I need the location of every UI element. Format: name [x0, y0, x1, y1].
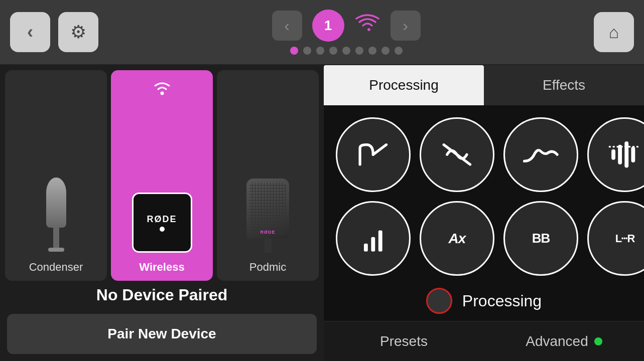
- wireless-label: Wireless: [139, 261, 184, 274]
- processing-grid: Ax BB L···R: [324, 105, 644, 283]
- auto-gain-icon-text: Ax: [449, 231, 466, 247]
- bright-boost-icon-text: BB: [532, 231, 550, 246]
- condenser-image: [42, 177, 70, 253]
- gain-button[interactable]: [336, 201, 411, 276]
- stereo-pan-icon-text: L···R: [615, 232, 634, 245]
- device-number-badge: 1: [312, 10, 344, 42]
- page-dots: [290, 47, 403, 55]
- svg-rect-3: [618, 145, 622, 164]
- dot-9: [395, 47, 403, 55]
- dot-2: [303, 47, 311, 55]
- dot-6: [355, 47, 363, 55]
- processing-status-circle: [426, 288, 452, 314]
- no-device-text: No Device Paired: [96, 286, 227, 304]
- dot-3: [316, 47, 324, 55]
- dot-4: [329, 47, 337, 55]
- settings-button[interactable]: ⚙: [58, 12, 98, 52]
- no-device-area: No Device Paired: [0, 281, 324, 309]
- de-ess-button[interactable]: [420, 117, 494, 192]
- dot-1: [290, 47, 298, 55]
- right-panel: Processing Effects: [324, 65, 644, 361]
- tab-effects[interactable]: Effects: [484, 65, 644, 105]
- gear-icon: ⚙: [70, 22, 86, 43]
- svg-rect-7: [364, 244, 368, 252]
- rode-dot: [160, 227, 165, 232]
- pair-new-device-button[interactable]: Pair New Device: [7, 314, 317, 354]
- back-button[interactable]: ‹: [10, 12, 50, 52]
- processing-status-label: Processing: [462, 292, 542, 310]
- device-list: Condenser RØDE Wireless: [0, 65, 324, 281]
- home-button[interactable]: ⌂: [594, 12, 634, 52]
- processing-status: Processing: [324, 283, 644, 321]
- left-panel: Condenser RØDE Wireless: [0, 65, 324, 361]
- device-nav: ‹ 1 ›: [272, 10, 421, 42]
- wireless-wifi-icon: [151, 78, 173, 99]
- top-bar-left: ‹ ⚙: [10, 12, 98, 52]
- home-icon: ⌂: [609, 23, 619, 42]
- bottom-bar: Presets Advanced: [324, 321, 644, 361]
- svg-rect-9: [378, 231, 382, 252]
- svg-rect-4: [624, 141, 628, 167]
- main-content: Condenser RØDE Wireless: [0, 65, 644, 361]
- tab-processing[interactable]: Processing: [324, 65, 484, 105]
- prev-device-button[interactable]: ‹: [272, 11, 302, 41]
- presets-tab[interactable]: Presets: [324, 322, 484, 361]
- wifi-status-icon: [354, 14, 380, 38]
- stereo-pan-button[interactable]: L···R: [587, 201, 644, 276]
- tab-bar: Processing Effects: [324, 65, 644, 105]
- device-card-wireless[interactable]: RØDE Wireless: [111, 70, 213, 281]
- eq-button[interactable]: [503, 117, 578, 192]
- dot-5: [342, 47, 350, 55]
- podmic-image: RØDE: [246, 178, 289, 253]
- svg-rect-5: [631, 147, 635, 162]
- advanced-tab[interactable]: Advanced: [484, 322, 644, 361]
- rode-device-image: RØDE: [132, 193, 192, 253]
- top-bar-center: ‹ 1 ›: [272, 10, 421, 55]
- hp-filter-button[interactable]: [336, 117, 411, 192]
- podmic-label: Podmic: [249, 261, 286, 274]
- advanced-green-dot: [594, 337, 602, 345]
- svg-point-0: [160, 92, 164, 95]
- dot-8: [381, 47, 390, 55]
- svg-rect-8: [371, 237, 375, 252]
- svg-rect-2: [611, 149, 615, 160]
- top-bar: ‹ ⚙ ‹ 1 ›: [0, 0, 644, 65]
- auto-gain-button[interactable]: Ax: [420, 201, 494, 276]
- condenser-label: Condenser: [29, 261, 83, 274]
- device-card-podmic[interactable]: RØDE Podmic: [217, 70, 319, 281]
- device-card-condenser[interactable]: Condenser: [5, 70, 107, 281]
- bright-boost-button[interactable]: BB: [503, 201, 578, 276]
- next-device-button[interactable]: ›: [391, 11, 421, 41]
- pair-btn-area: Pair New Device: [0, 309, 324, 361]
- dot-7: [368, 47, 376, 55]
- compressor-button[interactable]: [587, 117, 644, 192]
